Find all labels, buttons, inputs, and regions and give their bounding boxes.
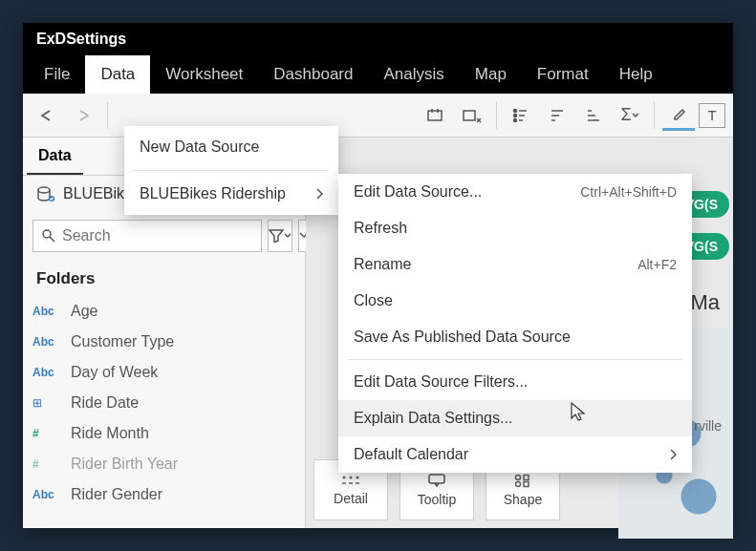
svg-point-10 <box>356 477 359 479</box>
folders-header: Folders <box>23 260 305 296</box>
svg-point-14 <box>516 482 521 487</box>
shape-icon <box>513 473 532 488</box>
forward-button[interactable] <box>67 100 99 131</box>
search-row <box>23 212 305 260</box>
svg-point-7 <box>43 230 51 238</box>
detail-icon <box>340 474 361 487</box>
svg-rect-11 <box>429 475 444 483</box>
svg-point-5 <box>38 187 50 193</box>
svg-point-2 <box>514 109 517 112</box>
svg-point-12 <box>516 476 521 480</box>
field-ride-date[interactable]: ⊞Ride Date <box>32 388 295 418</box>
menubar: File Data Worksheet Dashboard Analysis M… <box>23 55 733 94</box>
submenu-edit-data-source[interactable]: Edit Data Source... Ctrl+Alt+Shift+D <box>338 174 692 210</box>
menu-analysis[interactable]: Analysis <box>368 55 459 94</box>
menu-format[interactable]: Format <box>522 55 604 94</box>
search-icon <box>41 228 56 244</box>
sort-desc-icon[interactable] <box>541 100 573 131</box>
submenu-separator <box>348 359 682 360</box>
submenu-edit-filters[interactable]: Edit Data Source Filters... <box>338 364 692 400</box>
datasource-icon <box>36 185 55 202</box>
menu-help[interactable]: Help <box>604 55 668 94</box>
submenu-arrow-icon <box>669 449 677 460</box>
svg-point-8 <box>343 477 346 479</box>
toolbar-separator <box>654 102 655 129</box>
toolbar-separator <box>107 102 108 129</box>
filter-button[interactable] <box>268 220 292 252</box>
submenu-arrow-icon <box>315 188 323 200</box>
map-label: rville <box>694 418 722 434</box>
menu-new-data-source[interactable]: New Data Source <box>124 126 338 168</box>
field-age[interactable]: AbcAge <box>32 296 295 327</box>
clear-icon[interactable] <box>456 100 488 131</box>
data-menu-dropdown: New Data Source BLUEBikes Ridership <box>124 126 338 215</box>
field-day-of-week[interactable]: AbcDay of Week <box>32 357 295 388</box>
tooltip-icon <box>427 473 446 488</box>
svg-rect-0 <box>428 111 442 120</box>
submenu-save-published[interactable]: Save As Published Data Source <box>338 319 692 355</box>
sort-asc-icon[interactable] <box>505 100 537 131</box>
window-title: ExDSettings <box>36 31 126 48</box>
window-titlebar: ExDSettings <box>23 23 733 55</box>
text-icon[interactable]: T <box>699 103 725 128</box>
svg-point-4 <box>514 118 517 121</box>
datasource-submenu: Edit Data Source... Ctrl+Alt+Shift+D Ref… <box>338 174 692 473</box>
sort-icon[interactable] <box>577 100 610 131</box>
svg-point-9 <box>350 477 353 479</box>
search-input[interactable] <box>32 220 262 252</box>
submenu-close[interactable]: Close <box>338 283 692 319</box>
back-button[interactable] <box>31 100 63 131</box>
field-customer-type[interactable]: AbcCustomer Type <box>32 327 295 357</box>
mouse-cursor <box>570 401 589 422</box>
menu-file[interactable]: File <box>29 55 85 94</box>
totals-icon[interactable]: Σ <box>614 100 646 131</box>
submenu-rename[interactable]: Rename Alt+F2 <box>338 246 692 283</box>
toolbar-separator <box>496 102 497 129</box>
funnel-icon <box>269 229 284 243</box>
field-rider-gender[interactable]: AbcRider Gender <box>32 479 295 510</box>
menu-worksheet[interactable]: Worksheet <box>150 55 258 94</box>
app-window: ExDSettings File Data Worksheet Dashboar… <box>23 23 733 528</box>
menu-data[interactable]: Data <box>85 55 150 94</box>
swap-icon[interactable] <box>420 100 452 131</box>
field-ride-month[interactable]: #Ride Month <box>32 418 295 449</box>
highlight-icon[interactable] <box>662 100 695 131</box>
tab-data[interactable]: Data <box>27 138 83 175</box>
svg-point-3 <box>514 114 517 117</box>
menu-dashboard[interactable]: Dashboard <box>258 55 368 94</box>
menu-map[interactable]: Map <box>460 55 522 94</box>
svg-rect-1 <box>464 111 475 120</box>
submenu-refresh[interactable]: Refresh <box>338 210 692 246</box>
submenu-explain-data-settings[interactable]: Explain Data Settings... <box>338 400 692 436</box>
menu-separator <box>134 170 329 171</box>
field-rider-birth-year[interactable]: #Rider Birth Year <box>32 449 295 479</box>
field-list: AbcAge AbcCustomer Type AbcDay of Week ⊞… <box>23 296 305 510</box>
svg-rect-15 <box>524 482 529 487</box>
svg-rect-13 <box>524 476 529 480</box>
search-field[interactable] <box>62 227 253 244</box>
submenu-default-calendar[interactable]: Default Calendar <box>338 436 692 473</box>
menu-datasource-item[interactable]: BLUEBikes Ridership <box>124 173 338 215</box>
